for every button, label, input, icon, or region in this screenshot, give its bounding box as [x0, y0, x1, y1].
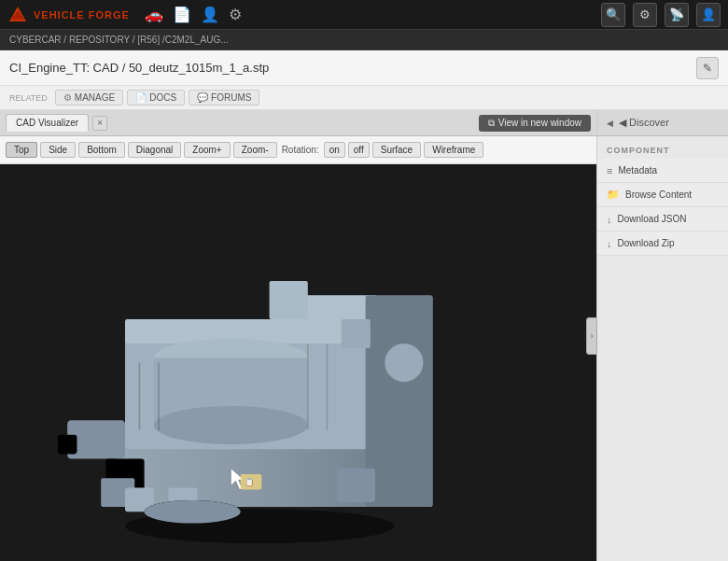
topbar: VEHICLE FORGE 🚗 📄 👤 ⚙ 🔍 ⚙ 📡 👤 — [0, 0, 728, 30]
download-json-icon: ↓ — [607, 214, 612, 225]
discover-header: ◀ ◀ Discover — [597, 110, 728, 136]
metadata-icon: ≡ — [607, 165, 612, 176]
svg-rect-15 — [58, 435, 77, 455]
nav-settings-icon[interactable]: ⚙ — [229, 6, 242, 23]
page-title: CI_Engine_TT: CAD / 50_deutz_1015m_1_a.s… — [9, 61, 269, 75]
rotation-label: Rotation: — [282, 145, 319, 155]
main-content: CAD Visualizer × ⧉ View in new window To… — [0, 110, 728, 561]
component-section-label: COMPONENT — [597, 142, 728, 159]
forums-icon: 💬 — [197, 92, 208, 103]
svg-point-22 — [145, 500, 241, 524]
3d-viewport[interactable]: 📋 — [0, 164, 596, 561]
surface-button[interactable]: Surface — [372, 142, 421, 158]
discover-toggle-button[interactable]: ◀ ◀ Discover — [607, 117, 669, 129]
controls-bar: Top Side Bottom Diagonal Zoom+ Zoom- Rot… — [0, 136, 596, 164]
chevron-left-icon: ◀ — [607, 119, 613, 128]
nav-parts-icon[interactable]: 📄 — [173, 6, 191, 23]
browse-content-item[interactable]: 📁 Browse Content — [597, 183, 728, 207]
metadata-item[interactable]: ≡ Metadata — [597, 159, 728, 183]
title-bar: CI_Engine_TT: CAD / 50_deutz_1015m_1_a.s… — [0, 50, 728, 86]
svg-point-13 — [154, 406, 308, 444]
nav-users-icon[interactable]: 👤 — [201, 6, 219, 23]
download-json-label: Download JSON — [618, 214, 687, 224]
svg-rect-25 — [337, 469, 375, 502]
manage-button[interactable]: ⚙ MANAGE — [55, 90, 123, 105]
tab-cad-visualizer[interactable]: CAD Visualizer — [6, 114, 89, 132]
zoom-in-button[interactable]: Zoom+ — [184, 142, 230, 158]
topbar-right: 🔍 ⚙ 📡 👤 — [601, 3, 721, 27]
tab-bar: CAD Visualizer × ⧉ View in new window — [0, 110, 596, 136]
browse-content-label: Browse Content — [625, 189, 692, 200]
breadcrumb: CYBERCAR / REPOSITORY / [R56] /C2M2L_AUG… — [9, 35, 229, 45]
logo-icon — [7, 5, 28, 25]
app-name: VEHICLE FORGE — [34, 9, 130, 21]
svg-rect-23 — [270, 281, 308, 319]
logo-area: VEHICLE FORGE — [7, 5, 130, 25]
wireframe-button[interactable]: Wireframe — [424, 142, 483, 158]
breadcrumb-bar: CYBERCAR / REPOSITORY / [R56] /C2M2L_AUG… — [0, 30, 728, 50]
download-zip-label: Download Zip — [618, 238, 675, 248]
metadata-label: Metadata — [618, 165, 657, 175]
svg-rect-24 — [342, 319, 371, 348]
nav-vehicles-icon[interactable]: 🚗 — [145, 6, 163, 23]
edit-title-button[interactable]: ✎ — [696, 57, 719, 79]
network-button[interactable]: 📡 — [665, 3, 689, 27]
side-view-button[interactable]: Side — [40, 142, 76, 158]
right-panel-collapse[interactable]: › — [586, 317, 597, 355]
title-bar-right: ✎ — [696, 57, 719, 79]
nav-icons: 🚗 📄 👤 ⚙ — [145, 6, 242, 23]
related-label: RELATED — [9, 93, 48, 103]
settings-button[interactable]: ⚙ — [633, 3, 657, 27]
download-zip-icon: ↓ — [607, 238, 612, 249]
search-button[interactable]: 🔍 — [601, 3, 625, 27]
rotation-off-button[interactable]: off — [348, 142, 370, 158]
close-tab-button[interactable]: × — [92, 116, 107, 131]
zoom-out-button[interactable]: Zoom- — [233, 142, 277, 158]
download-json-item[interactable]: ↓ Download JSON — [597, 207, 728, 231]
browse-icon: 📁 — [607, 189, 620, 201]
right-panel: ◀ ◀ Discover COMPONENT ≡ Metadata 📁 Brow… — [597, 110, 728, 561]
user-button[interactable]: 👤 — [696, 3, 721, 27]
docs-button[interactable]: 📄 DOCS — [127, 90, 185, 105]
svg-text:📋: 📋 — [245, 477, 255, 487]
bottom-view-button[interactable]: Bottom — [78, 142, 125, 158]
engine-model-svg: 📋 — [0, 164, 596, 561]
action-bar: RELATED ⚙ MANAGE 📄 DOCS 💬 FORUMS — [0, 86, 728, 110]
diagonal-view-button[interactable]: Diagonal — [128, 142, 181, 158]
view-new-window-button[interactable]: ⧉ View in new window — [479, 115, 591, 132]
top-view-button[interactable]: Top — [6, 142, 37, 158]
new-window-icon: ⧉ — [488, 118, 495, 129]
docs-icon: 📄 — [135, 92, 147, 103]
rotation-on-button[interactable]: on — [324, 142, 345, 158]
svg-rect-10 — [366, 295, 433, 507]
download-zip-item[interactable]: ↓ Download Zip — [597, 231, 728, 256]
forums-button[interactable]: 💬 FORUMS — [189, 90, 259, 105]
component-section: COMPONENT ≡ Metadata 📁 Browse Content ↓ … — [597, 136, 728, 261]
left-panel: CAD Visualizer × ⧉ View in new window To… — [0, 110, 597, 561]
manage-icon: ⚙ — [63, 92, 72, 103]
svg-point-16 — [385, 344, 423, 382]
